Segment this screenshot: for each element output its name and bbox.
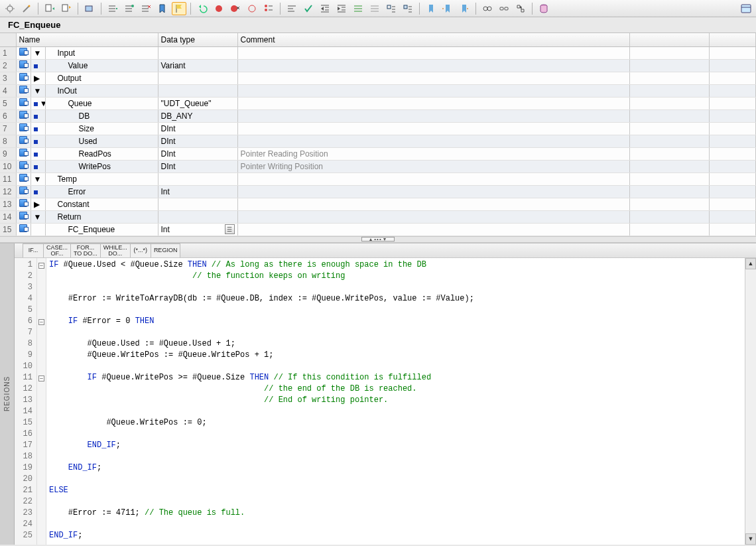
tb-break-del-icon[interactable]: [228, 2, 243, 15]
tb-expand-icon[interactable]: [401, 2, 415, 15]
tb-glasses-icon[interactable]: [497, 2, 511, 15]
iface-row[interactable]: 14▼Return: [0, 210, 756, 223]
cell-datatype[interactable]: [158, 210, 237, 223]
iface-row[interactable]: 8UsedDInt: [0, 135, 756, 147]
snip-for[interactable]: FOR...TO DO...: [70, 243, 101, 257]
cell-datatype[interactable]: DB_ANY: [158, 109, 237, 122]
hdr-comment[interactable]: Comment: [237, 33, 630, 46]
tb-gear-icon[interactable]: [3, 2, 17, 15]
expander-icon[interactable]: ▶: [34, 74, 40, 83]
cell-datatype[interactable]: Variant: [158, 59, 237, 72]
iface-row[interactable]: 5 ▼Queue"UDT_Queue": [0, 97, 756, 109]
cell-comment[interactable]: [237, 185, 630, 198]
tb-collapse-icon[interactable]: [384, 2, 399, 15]
tb-bookmark-icon[interactable]: [155, 2, 170, 15]
cell-name[interactable]: DB: [45, 109, 158, 122]
cell-comment[interactable]: [237, 59, 630, 72]
fold-gutter[interactable]: − − −: [37, 258, 46, 545]
hdr-datatype[interactable]: Data type: [158, 33, 237, 46]
tb-break-list-icon[interactable]: [261, 2, 276, 15]
cell-name[interactable]: Return: [45, 210, 158, 223]
regions-sidebar[interactable]: REGIONS: [0, 243, 15, 545]
cell-comment[interactable]: [237, 135, 630, 147]
snip-comment[interactable]: (*...*): [130, 243, 151, 257]
iface-row[interactable]: 3▶Output: [0, 72, 756, 84]
hdr-name[interactable]: Name: [16, 33, 158, 46]
cell-name[interactable]: ReadPos: [45, 147, 158, 160]
cell-name[interactable]: FC_Enqueue: [45, 223, 158, 236]
tb-del-row-icon[interactable]: [139, 2, 153, 15]
tb-indent-out-icon[interactable]: [334, 2, 349, 15]
cell-comment[interactable]: [237, 97, 630, 109]
cell-datatype[interactable]: Int: [158, 185, 237, 198]
tb-break-set-icon[interactable]: [212, 2, 226, 15]
expander-icon[interactable]: ▼: [40, 99, 45, 108]
cell-comment[interactable]: [237, 122, 630, 135]
tb-add-row-icon[interactable]: [122, 2, 137, 15]
snip-if[interactable]: IF...: [23, 243, 44, 257]
expander-icon[interactable]: ▼: [34, 48, 40, 58]
cell-datatype[interactable]: "UDT_Queue": [158, 97, 237, 109]
hdr-extra2[interactable]: [710, 33, 756, 46]
vert-scrollbar[interactable]: ▲ ▼: [745, 258, 756, 545]
iface-row[interactable]: 10WritePosDIntPointer Writing Position: [0, 160, 756, 172]
expander-icon[interactable]: ▶: [34, 200, 40, 209]
tb-bm-next-icon[interactable]: [457, 2, 472, 15]
iface-row[interactable]: 15FC_EnqueueInt☰: [0, 223, 756, 236]
cell-comment[interactable]: [237, 198, 630, 210]
tb-db-icon[interactable]: [536, 2, 551, 15]
cell-name[interactable]: Value: [45, 59, 158, 72]
cell-datatype[interactable]: [158, 198, 237, 210]
iface-row[interactable]: 13▶Constant: [0, 198, 756, 210]
iface-row[interactable]: 4▼InOut: [0, 84, 756, 97]
tb-indent-in-icon[interactable]: [318, 2, 332, 15]
cell-comment[interactable]: [237, 223, 630, 236]
cell-comment[interactable]: [237, 72, 630, 84]
cell-name[interactable]: Queue: [45, 97, 158, 109]
hdr-extra1[interactable]: [630, 33, 710, 46]
tb-wand-icon[interactable]: [19, 2, 34, 15]
dropdown-icon[interactable]: ☰: [225, 224, 235, 234]
cell-datatype[interactable]: [158, 84, 237, 97]
cell-datatype[interactable]: [158, 172, 237, 185]
tb-layout-icon[interactable]: [739, 2, 753, 15]
cell-datatype[interactable]: [158, 46, 237, 59]
cell-comment[interactable]: [237, 210, 630, 223]
cell-datatype[interactable]: [158, 72, 237, 84]
expander-icon[interactable]: ▼: [34, 86, 40, 96]
tb-format-icon[interactable]: [284, 2, 299, 15]
iface-row[interactable]: 9ReadPosDIntPointer Reading Position: [0, 147, 756, 160]
iface-row[interactable]: 12ErrorInt: [0, 185, 756, 198]
cell-name[interactable]: Error: [45, 185, 158, 198]
cell-name[interactable]: Input: [45, 46, 158, 59]
snip-region[interactable]: REGION: [151, 243, 181, 257]
scroll-up-icon[interactable]: ▲: [745, 258, 756, 269]
expander-icon[interactable]: ▼: [34, 174, 40, 184]
cell-comment[interactable]: [237, 109, 630, 122]
cell-comment[interactable]: Pointer Reading Position: [237, 147, 630, 160]
cell-name[interactable]: Temp: [45, 172, 158, 185]
cell-datatype[interactable]: DInt: [158, 147, 237, 160]
cell-comment[interactable]: [237, 46, 630, 59]
iface-row[interactable]: 6DBDB_ANY: [0, 109, 756, 122]
cell-name[interactable]: Size: [45, 122, 158, 135]
tb-bookmark2-icon[interactable]: [424, 2, 438, 15]
scroll-down-icon[interactable]: ▼: [745, 533, 756, 545]
code-editor[interactable]: 1234567891011121314151617181920212223242…: [15, 258, 756, 545]
tb-export-icon[interactable]: [59, 2, 74, 15]
tb-uncomment-icon[interactable]: [367, 2, 382, 15]
iface-row[interactable]: 2ValueVariant: [0, 59, 756, 72]
tb-break-disable-icon[interactable]: [245, 2, 259, 15]
tb-comment-icon[interactable]: [351, 2, 365, 15]
cell-comment[interactable]: Pointer Writing Position: [237, 160, 630, 172]
cell-name[interactable]: Constant: [45, 198, 158, 210]
expander-icon[interactable]: ▼: [34, 212, 40, 222]
tb-insert-row-icon[interactable]: [105, 2, 120, 15]
cell-datatype[interactable]: DInt: [158, 160, 237, 172]
tb-flag-icon[interactable]: [172, 2, 186, 15]
tb-watch-icon[interactable]: [480, 2, 495, 15]
code-text[interactable]: IF #Queue.Used < #Queue.Size THEN // As …: [46, 258, 745, 545]
tb-xref-icon[interactable]: [513, 2, 528, 15]
cell-datatype[interactable]: DInt: [158, 122, 237, 135]
tb-bm-prev-icon[interactable]: [440, 2, 455, 15]
